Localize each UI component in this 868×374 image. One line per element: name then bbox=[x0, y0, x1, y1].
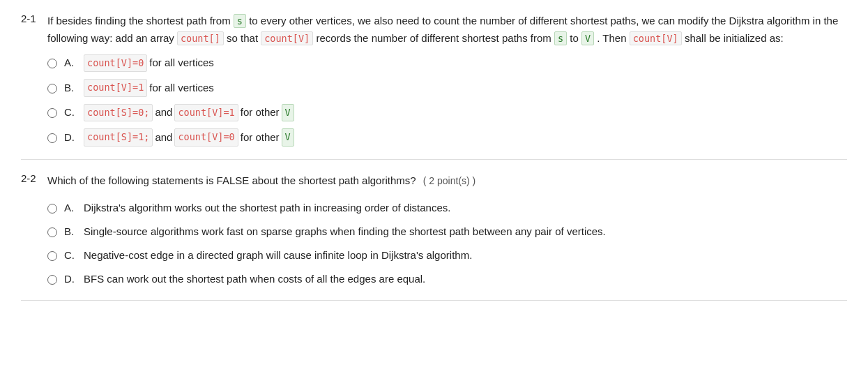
q2-text: Which of the following statements is FAL… bbox=[47, 172, 847, 190]
q1-text-after4: shall be initialized as: bbox=[685, 32, 784, 44]
q1-option-a[interactable]: A. count[V]=0 for all vertices bbox=[47, 54, 847, 73]
q1-d-code2: count[V]=0 bbox=[174, 128, 238, 147]
q1-label-a: A. bbox=[64, 54, 79, 71]
q2-d-text: BFS can work out the shortest path when … bbox=[84, 271, 425, 287]
question-2-1: 2-1 If besides finding the shortest path… bbox=[21, 13, 847, 147]
q2-number: 2-2 bbox=[21, 172, 47, 184]
q1-text-after2: so that bbox=[227, 32, 258, 44]
q1-label-d: D. bbox=[64, 129, 79, 146]
q2-points: ( 2 point(s) ) bbox=[423, 175, 475, 186]
q1-d-text1: and bbox=[155, 129, 172, 146]
q2-options: A. Dijkstra's algorithm works out the sh… bbox=[47, 200, 847, 287]
q1-text: If besides finding the shortest path fro… bbox=[47, 13, 847, 47]
q1-v1: V bbox=[581, 31, 594, 45]
divider-2 bbox=[21, 300, 847, 301]
q1-c-code1: count[S]=0; bbox=[84, 104, 153, 122]
q1-radio-d[interactable] bbox=[47, 133, 57, 143]
q1-a-text: for all vertices bbox=[149, 54, 214, 71]
q2-option-d[interactable]: D. BFS can work out the shortest path wh… bbox=[47, 271, 847, 287]
q1-b-text: for all vertices bbox=[149, 80, 214, 96]
q1-b-code: count[V]=1 bbox=[84, 79, 147, 97]
q1-option-b[interactable]: B. count[V]=1 for all vertices bbox=[47, 79, 847, 97]
question-2-2: 2-2 Which of the following statements is… bbox=[21, 172, 847, 287]
q2-a-text: Dijkstra's algorithm works out the short… bbox=[84, 200, 450, 216]
q1-option-c[interactable]: C. count[S]=0; and count[V]=1 for other … bbox=[47, 104, 847, 122]
page-container: 2-1 If besides finding the shortest path… bbox=[0, 0, 868, 326]
q1-d-text2: for other bbox=[241, 129, 280, 146]
q1-radio-c[interactable] bbox=[47, 108, 57, 118]
q1-s2: s bbox=[554, 31, 567, 45]
q1-content-a: count[V]=0 for all vertices bbox=[84, 54, 214, 73]
q1-count-v: count[V] bbox=[261, 31, 313, 45]
q1-label-c: C. bbox=[64, 104, 79, 121]
q2-radio-b[interactable] bbox=[47, 227, 57, 237]
q2-label-d: D. bbox=[64, 271, 79, 287]
q2-b-text: Single-source algorithms work fast on sp… bbox=[84, 223, 606, 240]
q2-label-b: B. bbox=[64, 223, 79, 240]
q2-label-c: C. bbox=[64, 247, 79, 264]
q1-text-before: If besides finding the shortest path fro… bbox=[47, 15, 231, 27]
q1-options: A. count[V]=0 for all vertices B. count[… bbox=[47, 54, 847, 147]
q1-c-text2: for other bbox=[241, 104, 280, 121]
q1-content-b: count[V]=1 for all vertices bbox=[84, 79, 214, 97]
q1-option-d[interactable]: D. count[S]=1; and count[V]=0 for other … bbox=[47, 128, 847, 147]
q1-d-code1: count[S]=1; bbox=[84, 128, 153, 147]
q1-c-var: V bbox=[282, 104, 294, 122]
q1-d-var: V bbox=[282, 128, 294, 147]
q1-c-code2: count[V]=1 bbox=[174, 104, 238, 122]
q2-header: 2-2 Which of the following statements is… bbox=[21, 172, 847, 190]
q2-radio-a[interactable] bbox=[47, 204, 57, 214]
divider-1 bbox=[21, 159, 847, 160]
q1-s1: s bbox=[234, 14, 246, 28]
q2-option-a[interactable]: A. Dijkstra's algorithm works out the sh… bbox=[47, 200, 847, 216]
question-2-1-header: 2-1 If besides finding the shortest path… bbox=[21, 13, 847, 47]
q2-radio-c[interactable] bbox=[47, 251, 57, 261]
q2-option-c[interactable]: C. Negative-cost edge in a directed grap… bbox=[47, 247, 847, 264]
q1-radio-a[interactable] bbox=[47, 59, 57, 68]
q1-count-v2: count[V] bbox=[630, 31, 682, 45]
q1-content-c: count[S]=0; and count[V]=1 for other V bbox=[84, 104, 294, 122]
q1-c-text1: and bbox=[155, 104, 172, 121]
q2-option-b[interactable]: B. Single-source algorithms work fast on… bbox=[47, 223, 847, 240]
q1-label-b: B. bbox=[64, 80, 79, 96]
q2-label-a: A. bbox=[64, 200, 79, 216]
q2-c-text: Negative-cost edge in a directed graph w… bbox=[84, 247, 472, 264]
q1-radio-b[interactable] bbox=[47, 84, 57, 94]
q2-main-text: Which of the following statements is FAL… bbox=[47, 174, 416, 186]
q1-text-then: . Then bbox=[597, 32, 629, 44]
q2-radio-d[interactable] bbox=[47, 275, 57, 285]
q1-number: 2-1 bbox=[21, 13, 47, 24]
q1-content-d: count[S]=1; and count[V]=0 for other V bbox=[84, 128, 294, 147]
q1-count-arr: count[] bbox=[177, 31, 224, 45]
q1-a-code: count[V]=0 bbox=[84, 54, 147, 73]
q1-text-to: to bbox=[570, 32, 579, 44]
q1-text-after3: records the number of different shortest… bbox=[316, 32, 551, 44]
